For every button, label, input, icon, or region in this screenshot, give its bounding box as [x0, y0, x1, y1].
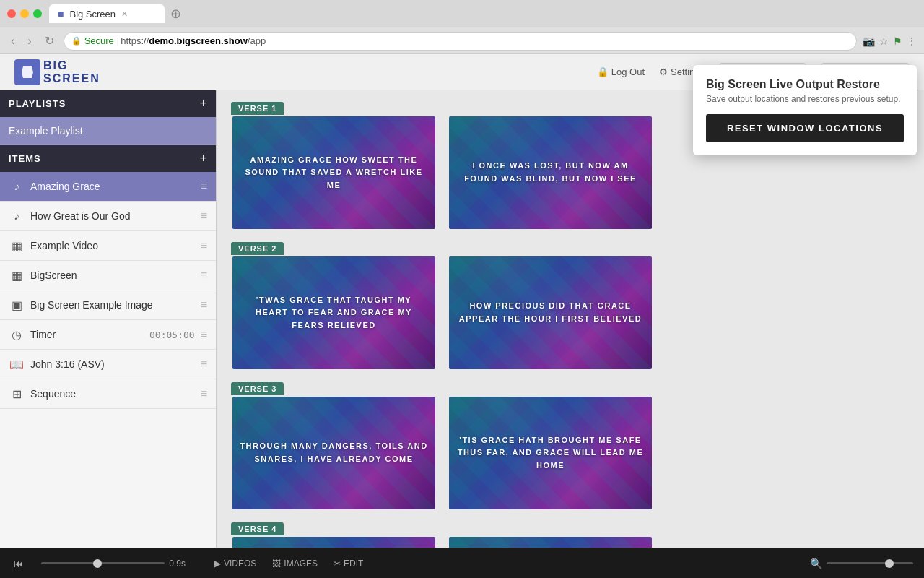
item-label: Sequence — [30, 388, 195, 400]
zoom-container: 🔍 — [810, 558, 913, 569]
slide-card[interactable] — [231, 535, 437, 548]
extension-icon[interactable]: ⚑ — [893, 35, 902, 47]
cast-icon[interactable]: 📷 — [863, 35, 875, 47]
logo-big-text: BIG — [43, 59, 100, 72]
new-tab-button[interactable]: ⊕ — [165, 6, 187, 22]
slide-text: I ONCE WAS LOST, BUT NOW AM FOUND WAS BL… — [449, 152, 652, 192]
tab-images[interactable]: 🖼IMAGES — [265, 556, 325, 571]
items-list: ♪ Amazing Grace ≡ ♪ How Great is Our God… — [0, 172, 216, 548]
tab-label: EDIT — [344, 558, 363, 569]
item-label: How Great is Our God — [30, 210, 195, 222]
zoom-out-icon: 🔍 — [810, 558, 822, 569]
drag-handle: ≡ — [201, 358, 207, 371]
add-item-button[interactable]: + — [199, 151, 207, 166]
tab-edit[interactable]: ✂EDIT — [326, 556, 370, 571]
music-icon: ♪ — [9, 208, 25, 224]
url-path: /app — [248, 35, 266, 46]
slide-card[interactable]: I ONCE WAS LOST, BUT NOW AM FOUND WAS BL… — [448, 115, 653, 230]
item-label: John 3:16 (ASV) — [30, 358, 195, 370]
sidebar-item-example-video[interactable]: ▦ Example Video ≡ — [0, 231, 216, 261]
drag-handle: ≡ — [201, 328, 207, 341]
sidebar-item-sequence[interactable]: ⊞ Sequence ≡ — [0, 379, 216, 409]
sidebar-item-timer[interactable]: ◷ Timer 00:05:00 ≡ — [0, 320, 216, 350]
sidebar-item-john[interactable]: 📖 John 3:16 (ASV) ≡ — [0, 350, 216, 379]
browser-chrome: ■ Big Screen ✕ ⊕ ‹ › ↻ 🔒 Secure | https:… — [0, 0, 924, 54]
item-label: Example Video — [30, 240, 195, 251]
maximize-dot[interactable] — [33, 9, 42, 18]
minimize-dot[interactable] — [20, 9, 29, 18]
close-dot[interactable] — [7, 9, 16, 18]
reset-window-button[interactable]: RESET WINDOW LOCATIONS — [706, 114, 904, 142]
secure-badge: 🔒 — [71, 36, 82, 46]
url-domain: demo.bigscreen.show — [149, 35, 248, 46]
skip-back-button[interactable]: ⏮ — [11, 556, 27, 571]
verse-label: VERSE 2 — [231, 242, 284, 255]
tab-close-button[interactable]: ✕ — [121, 9, 128, 19]
logo-icon — [14, 59, 40, 85]
bottom-tabs: ▶VIDEOS🖼IMAGES✂EDIT — [207, 556, 370, 571]
music-icon: ♪ — [9, 178, 25, 194]
video-icon: ▦ — [9, 238, 25, 254]
url-separator: | — [117, 35, 119, 46]
verse-section-verse-3: VERSE 3THROUGH MANY DANGERS, TOILS AND S… — [231, 381, 910, 511]
drag-handle: ≡ — [201, 387, 207, 400]
items-label: ITEMS — [9, 153, 41, 164]
logo-screen-text: SCREEN — [43, 72, 100, 85]
refresh-button[interactable]: ↻ — [41, 33, 58, 49]
item-label: BigScreen — [30, 269, 195, 281]
browser-addressbar: ‹ › ↻ 🔒 Secure | https://demo.bigscreen.… — [0, 27, 924, 54]
verse-label: VERSE 1 — [231, 102, 284, 115]
restore-popup: Big Screen Live Output Restore Save outp… — [693, 65, 917, 155]
svg-marker-0 — [22, 66, 33, 78]
bookmark-icon[interactable]: ☆ — [879, 35, 889, 47]
verse-label: VERSE 3 — [231, 382, 284, 395]
drag-handle: ≡ — [201, 210, 207, 223]
slide-card[interactable]: THROUGH MANY DANGERS, TOILS AND SNARES, … — [231, 395, 437, 511]
playlists-header: PLAYLISTS + — [0, 90, 216, 117]
tab-videos[interactable]: ▶VIDEOS — [207, 556, 263, 571]
verse-slides-row — [231, 535, 910, 548]
sidebar-item-example-image[interactable]: ▣ Big Screen Example Image ≡ — [0, 290, 216, 320]
verse-label: VERSE 4 — [231, 522, 284, 535]
popup-title: Big Screen Live Output Restore — [706, 78, 904, 91]
tab-icon: 🖼 — [272, 558, 281, 569]
bottom-bar: ⏮ 0.9s ▶VIDEOS🖼IMAGES✂EDIT 🔍 — [0, 548, 924, 578]
zoom-slider[interactable] — [827, 562, 913, 564]
items-header: ITEMS + — [0, 145, 216, 172]
playlists-label: PLAYLISTS — [9, 98, 66, 109]
drag-handle: ≡ — [201, 180, 207, 193]
slide-card[interactable]: HOW PRECIOUS DID THAT GRACE APPEAR THE H… — [448, 255, 653, 371]
forward-button[interactable]: › — [24, 33, 35, 49]
url-display: https://demo.bigscreen.show/app — [121, 35, 266, 46]
playlist-item[interactable]: Example Playlist — [0, 117, 216, 145]
video-icon: ▦ — [9, 267, 25, 283]
tab-label: IMAGES — [284, 558, 318, 569]
transport-controls: ⏮ — [11, 556, 27, 571]
grid-icon: ⊞ — [9, 386, 25, 402]
menu-icon[interactable]: ⋮ — [907, 35, 917, 47]
playlist-name: Example Playlist — [9, 125, 83, 137]
tab-icon: ✂ — [334, 558, 341, 569]
main-content: PLAYLISTS + Example Playlist ITEMS + ♪ A… — [0, 90, 924, 548]
slide-card[interactable]: AMAZING GRACE HOW SWEET THE SOUND THAT S… — [231, 115, 437, 230]
address-box[interactable]: 🔒 Secure | https://demo.bigscreen.show/a… — [64, 32, 857, 51]
speed-slider[interactable] — [41, 562, 165, 564]
sidebar-item-bigscreen[interactable]: ▦ BigScreen ≡ — [0, 261, 216, 290]
verse-slides-row: 'TWAS GRACE THAT TAUGHT MY HEART TO FEAR… — [231, 255, 910, 371]
settings-icon: ⚙ — [659, 66, 668, 77]
browser-dots — [7, 9, 42, 18]
sidebar-item-how-great[interactable]: ♪ How Great is Our God ≡ — [0, 202, 216, 231]
logo-text: BIG SCREEN — [43, 59, 100, 85]
item-label: Timer — [30, 329, 144, 340]
logout-button[interactable]: 🔒 Log Out — [597, 66, 645, 77]
slide-text: HOW PRECIOUS DID THAT GRACE APPEAR THE H… — [449, 293, 652, 332]
sidebar: PLAYLISTS + Example Playlist ITEMS + ♪ A… — [0, 90, 217, 548]
slide-card[interactable]: 'TIS GRACE HATH BROUGHT ME SAFE THUS FAR… — [448, 395, 653, 511]
slide-card[interactable] — [448, 535, 653, 548]
slide-card[interactable]: 'TWAS GRACE THAT TAUGHT MY HEART TO FEAR… — [231, 255, 437, 371]
browser-tab[interactable]: ■ Big Screen ✕ — [49, 4, 165, 23]
sidebar-item-amazing-grace[interactable]: ♪ Amazing Grace ≡ — [0, 172, 216, 202]
add-playlist-button[interactable]: + — [199, 96, 207, 111]
tab-label: VIDEOS — [224, 558, 256, 569]
back-button[interactable]: ‹ — [7, 33, 18, 49]
